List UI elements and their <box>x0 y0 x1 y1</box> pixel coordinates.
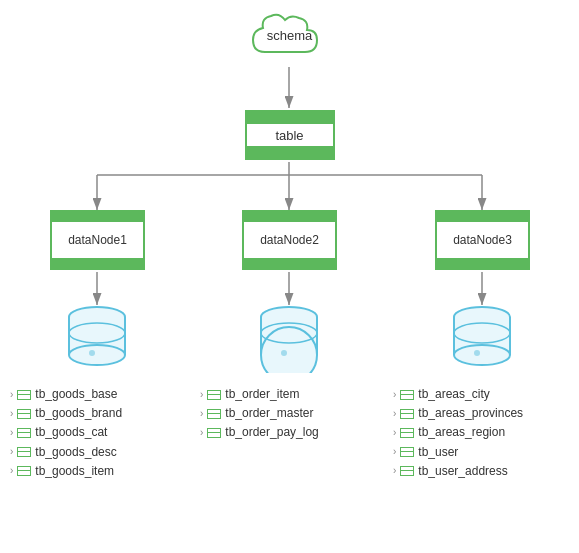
chevron-icon: › <box>393 387 396 403</box>
datanode1-header <box>52 212 143 222</box>
db-cylinder-3 <box>447 303 517 376</box>
table-icon <box>400 466 414 476</box>
table-name: tb_areas_city <box>418 385 489 404</box>
list-item: ›tb_goods_brand <box>10 404 122 423</box>
datanode2-footer <box>244 258 335 268</box>
table-icon <box>207 428 221 438</box>
db-cylinder-2 <box>254 303 324 376</box>
table-icon <box>400 447 414 457</box>
chevron-icon: › <box>393 444 396 460</box>
svg-point-24 <box>281 350 287 356</box>
chevron-icon: › <box>10 387 13 403</box>
list-item: ›tb_goods_item <box>10 462 122 481</box>
svg-point-29 <box>454 345 510 365</box>
list-item: ›tb_goods_desc <box>10 443 122 462</box>
chevron-icon: › <box>10 425 13 441</box>
svg-point-31 <box>474 350 480 356</box>
table-box-footer <box>247 146 333 158</box>
table-box-header <box>247 112 333 124</box>
schema-label: schema <box>267 28 313 43</box>
table-icon <box>207 409 221 419</box>
chevron-icon: › <box>200 387 203 403</box>
table-name: tb_goods_desc <box>35 443 116 462</box>
list-item: ›tb_user <box>393 443 523 462</box>
table-name: tb_user_address <box>418 462 507 481</box>
datanode2-box: dataNode2 <box>242 210 337 270</box>
chevron-icon: › <box>393 406 396 422</box>
list-item: ›tb_areas_provinces <box>393 404 523 423</box>
datanode1-box: dataNode1 <box>50 210 145 270</box>
chevron-icon: › <box>10 463 13 479</box>
diagram-area: schema table dataNode1 dataNode2 dataNod… <box>0 0 579 553</box>
table-name: tb_goods_base <box>35 385 117 404</box>
table-name: tb_order_pay_log <box>225 423 318 442</box>
table-name: tb_goods_brand <box>35 404 122 423</box>
list-item: ›tb_goods_cat <box>10 423 122 442</box>
datanode1-footer <box>52 258 143 268</box>
list-item: ›tb_areas_region <box>393 423 523 442</box>
table-label: table <box>275 128 303 143</box>
table-icon <box>17 466 31 476</box>
table-name: tb_order_master <box>225 404 313 423</box>
chevron-icon: › <box>200 406 203 422</box>
chevron-icon: › <box>393 463 396 479</box>
chevron-icon: › <box>10 444 13 460</box>
datanode2-label: dataNode2 <box>260 233 319 247</box>
datanode3-box: dataNode3 <box>435 210 530 270</box>
table-icon <box>17 390 31 400</box>
datanode2-body: dataNode2 <box>244 222 335 258</box>
table-icon <box>400 390 414 400</box>
table-list-node1: ›tb_goods_base ›tb_goods_brand ›tb_goods… <box>10 385 122 481</box>
table-icon <box>17 447 31 457</box>
table-list-node2: ›tb_order_item ›tb_order_master ›tb_orde… <box>200 385 319 443</box>
table-name: tb_goods_cat <box>35 423 107 442</box>
table-name: tb_areas_region <box>418 423 505 442</box>
list-item: ›tb_areas_city <box>393 385 523 404</box>
table-name: tb_user <box>418 443 458 462</box>
table-box-body: table <box>247 124 333 146</box>
datanode2-header <box>244 212 335 222</box>
svg-point-15 <box>69 345 125 365</box>
table-name: tb_areas_provinces <box>418 404 523 423</box>
table-name: tb_order_item <box>225 385 299 404</box>
datanode3-body: dataNode3 <box>437 222 528 258</box>
table-icon <box>400 428 414 438</box>
chevron-icon: › <box>200 425 203 441</box>
chevron-icon: › <box>10 406 13 422</box>
list-item: ›tb_order_pay_log <box>200 423 319 442</box>
list-item: ›tb_order_master <box>200 404 319 423</box>
db-cylinder-1 <box>62 303 132 376</box>
datanode1-body: dataNode1 <box>52 222 143 258</box>
svg-point-17 <box>89 350 95 356</box>
list-item: ›tb_goods_base <box>10 385 122 404</box>
datanode3-label: dataNode3 <box>453 233 512 247</box>
svg-point-22 <box>261 327 317 373</box>
datanode3-footer <box>437 258 528 268</box>
datanode3-header <box>437 212 528 222</box>
list-item: ›tb_order_item <box>200 385 319 404</box>
table-icon <box>17 409 31 419</box>
table-box: table <box>245 110 335 160</box>
table-icon <box>17 428 31 438</box>
chevron-icon: › <box>393 425 396 441</box>
table-icon <box>400 409 414 419</box>
datanode1-label: dataNode1 <box>68 233 127 247</box>
table-name: tb_goods_item <box>35 462 114 481</box>
table-icon <box>207 390 221 400</box>
list-item: ›tb_user_address <box>393 462 523 481</box>
table-list-node3: ›tb_areas_city ›tb_areas_provinces ›tb_a… <box>393 385 523 481</box>
